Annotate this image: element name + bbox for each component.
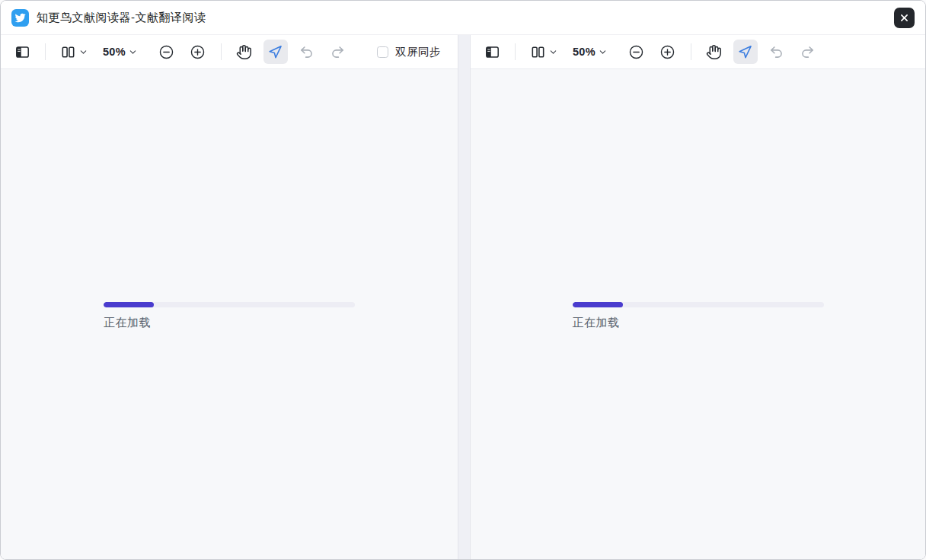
toolbar-divider xyxy=(221,43,222,60)
undo-icon xyxy=(299,44,315,60)
select-cursor-icon xyxy=(267,44,283,60)
left-document-area: 正在加载 xyxy=(1,69,458,559)
right-document-area: 正在加载 xyxy=(471,69,925,559)
undo-button[interactable] xyxy=(295,40,319,64)
select-cursor-icon xyxy=(737,44,753,60)
redo-button[interactable] xyxy=(326,40,350,64)
hand-tool-icon xyxy=(236,44,252,60)
zoom-in-button[interactable] xyxy=(186,40,210,64)
zoom-in-icon xyxy=(190,44,206,60)
sidebar-toggle-icon xyxy=(484,44,500,60)
app-window: 知更鸟文献阅读器-文献翻译阅读 50% xyxy=(0,0,926,560)
zoom-level-select[interactable]: 50% xyxy=(569,40,611,64)
select-tool-button[interactable] xyxy=(733,40,758,64)
hand-tool-button[interactable] xyxy=(232,40,257,64)
chevron-down-icon xyxy=(128,47,138,57)
left-toolbar: 50% xyxy=(1,35,458,69)
loading-progress-fill xyxy=(104,302,154,307)
undo-button[interactable] xyxy=(765,40,789,64)
sidebar-toggle-button[interactable] xyxy=(480,40,504,64)
loading-indicator: 正在加载 xyxy=(573,302,824,330)
hand-tool-button[interactable] xyxy=(702,40,726,64)
two-page-layout-icon xyxy=(60,44,76,60)
zoom-level-value: 50% xyxy=(103,46,126,58)
undo-icon xyxy=(768,44,784,60)
chevron-down-icon xyxy=(598,47,608,57)
zoom-out-button[interactable] xyxy=(624,40,649,64)
zoom-in-icon xyxy=(659,44,675,60)
select-tool-button[interactable] xyxy=(263,40,288,64)
title-bar: 知更鸟文献阅读器-文献翻译阅读 xyxy=(1,1,925,35)
loading-indicator: 正在加载 xyxy=(104,302,355,330)
hand-tool-icon xyxy=(706,44,722,60)
chevron-down-icon xyxy=(548,47,558,57)
sync-checkbox[interactable] xyxy=(377,46,388,58)
page-layout-button[interactable] xyxy=(526,40,562,64)
window-title: 知更鸟文献阅读器-文献翻译阅读 xyxy=(37,11,206,25)
loading-progress-bar xyxy=(573,302,824,307)
zoom-level-select[interactable]: 50% xyxy=(99,40,142,64)
left-reader-pane: 50% xyxy=(1,35,458,559)
zoom-in-button[interactable] xyxy=(656,40,680,64)
loading-text: 正在加载 xyxy=(573,316,824,330)
close-button[interactable] xyxy=(894,8,915,28)
sidebar-toggle-button[interactable] xyxy=(10,40,34,64)
two-page-layout-icon xyxy=(530,44,546,60)
sidebar-toggle-icon xyxy=(14,44,30,60)
toolbar-divider xyxy=(515,43,516,60)
zoom-out-icon xyxy=(158,44,174,60)
split-view: 50% xyxy=(1,35,925,559)
right-reader-pane: 50% xyxy=(471,35,925,559)
dual-screen-sync-toggle[interactable]: 双屏同步 xyxy=(377,45,441,59)
zoom-out-button[interactable] xyxy=(155,40,179,64)
pane-split-divider[interactable] xyxy=(458,35,471,559)
zoom-out-icon xyxy=(628,44,644,60)
redo-button[interactable] xyxy=(796,40,820,64)
redo-icon xyxy=(330,44,346,60)
loading-progress-bar xyxy=(104,302,355,307)
page-layout-button[interactable] xyxy=(56,40,92,64)
close-icon xyxy=(899,13,909,23)
toolbar-divider xyxy=(691,43,691,60)
right-toolbar: 50% xyxy=(471,35,925,69)
bird-icon xyxy=(11,9,29,27)
loading-progress-fill xyxy=(573,302,623,307)
loading-text: 正在加载 xyxy=(104,316,355,330)
sync-label: 双屏同步 xyxy=(395,45,441,59)
zoom-level-value: 50% xyxy=(573,46,596,58)
chevron-down-icon xyxy=(78,47,88,57)
redo-icon xyxy=(800,44,816,60)
toolbar-divider xyxy=(45,43,46,60)
